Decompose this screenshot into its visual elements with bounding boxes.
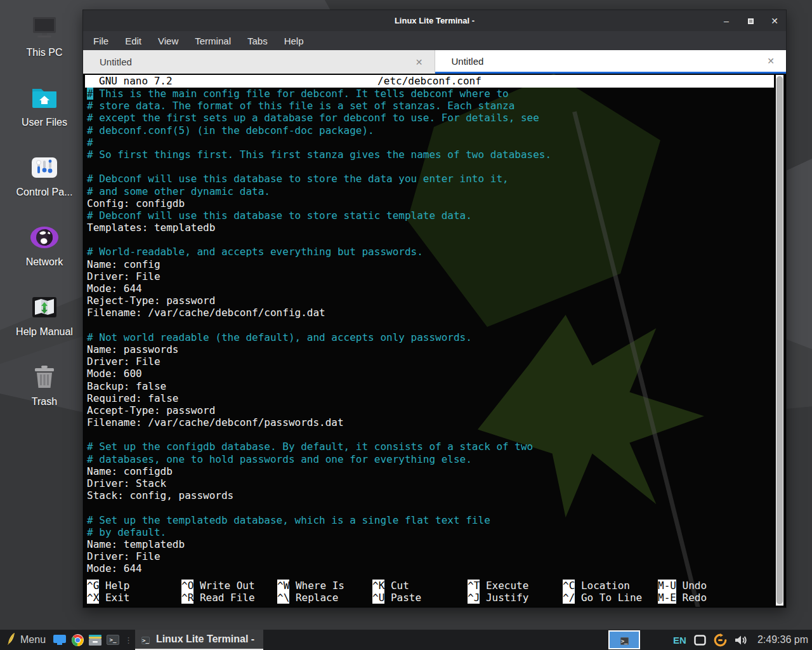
task-button-terminal[interactable]: >_ Linux Lite Terminal - bbox=[135, 630, 263, 650]
show-desktop-icon[interactable] bbox=[51, 630, 69, 650]
editor-line: Name: configdb bbox=[87, 465, 773, 477]
tab-close-icon[interactable]: ✕ bbox=[413, 57, 426, 67]
shortcut-key: ^K bbox=[372, 580, 384, 592]
nano-shortcut: ^W Where Is bbox=[277, 580, 372, 592]
editor-line bbox=[87, 319, 773, 331]
desktop-icon-label: Network bbox=[26, 256, 63, 268]
nano-shortcut: ^U Paste bbox=[372, 592, 468, 604]
clock[interactable]: 2:49:36 pm bbox=[755, 634, 808, 646]
nano-shortcut: ^J Justify bbox=[468, 592, 563, 604]
menu-terminal[interactable]: Terminal bbox=[195, 36, 231, 46]
shortcut-key: ^C bbox=[563, 580, 575, 592]
close-button[interactable]: ✕ bbox=[769, 17, 780, 25]
desktop-icon-control-panel[interactable]: Control Pa... bbox=[6, 150, 82, 220]
desktop-icon-user-files[interactable]: User Files bbox=[6, 80, 82, 150]
desktop-icon-help-manual[interactable]: Help Manual bbox=[6, 289, 82, 359]
shortcut-key: ^/ bbox=[563, 592, 575, 604]
volume-icon[interactable] bbox=[735, 635, 747, 646]
terminal-task-icon: >_ bbox=[141, 633, 150, 645]
minimize-button[interactable]: – bbox=[721, 17, 731, 25]
shortcut-key: M-U bbox=[658, 580, 676, 592]
menu-tabs[interactable]: Tabs bbox=[247, 36, 268, 46]
editor-line: # Not world readable (the default), and … bbox=[87, 331, 773, 343]
terminal-content[interactable]: GNU nano 7.2 /etc/debconf.conf # This is… bbox=[84, 74, 785, 607]
shortcut-row-2: ^X Exit^R Read File^\ Replace^U Paste^J … bbox=[87, 592, 773, 604]
scrollbar[interactable] bbox=[776, 75, 783, 606]
nano-shortcut: ^K Cut bbox=[372, 580, 468, 592]
window-title: Linux Lite Terminal - bbox=[83, 16, 786, 25]
editor-line: Required: false bbox=[87, 392, 773, 404]
editor-line: # store data. The format of this file is… bbox=[87, 100, 773, 112]
editor-line: # databases, one to hold passwords and o… bbox=[87, 453, 773, 465]
keyboard-layout-indicator[interactable]: EN bbox=[673, 635, 686, 646]
menu-bar: File Edit View Terminal Tabs Help bbox=[83, 31, 786, 50]
tab-bar: Untitled ✕ Untitled ✕ bbox=[83, 50, 786, 74]
task-button-label: Linux Lite Terminal - bbox=[156, 633, 254, 645]
nano-title-bar: GNU nano 7.2 /etc/debconf.conf bbox=[85, 75, 774, 88]
shortcut-key: ^X bbox=[87, 592, 99, 604]
nano-shortcut: ^T Execute bbox=[468, 580, 563, 592]
editor-line: # So first things first. This first stan… bbox=[87, 149, 773, 161]
taskbar-separator: ⋮ bbox=[122, 635, 134, 645]
sliders-icon bbox=[29, 150, 60, 183]
editor-lines: # This is the main config file for debco… bbox=[87, 88, 773, 575]
desktop-icon-label: User Files bbox=[22, 117, 67, 128]
clipboard-icon[interactable] bbox=[694, 635, 706, 646]
editor-line: Driver: Stack bbox=[87, 477, 773, 489]
chrome-icon[interactable] bbox=[69, 630, 86, 650]
update-notifier-icon[interactable] bbox=[714, 633, 727, 647]
menu-view[interactable]: View bbox=[158, 36, 178, 46]
shortcut-key: ^T bbox=[468, 580, 480, 592]
window-titlebar[interactable]: Linux Lite Terminal - – ✕ bbox=[83, 10, 786, 31]
shortcut-key: ^W bbox=[277, 580, 289, 592]
editor-line bbox=[87, 234, 773, 246]
nano-shortcut: ^X Exit bbox=[87, 592, 181, 604]
nano-shortcut: ^\ Replace bbox=[277, 592, 372, 604]
menu-button[interactable]: Menu bbox=[4, 630, 51, 650]
menu-help[interactable]: Help bbox=[284, 36, 304, 46]
editor-line: Driver: File bbox=[87, 270, 773, 282]
editor-line: Name: templatedb bbox=[87, 538, 773, 550]
editor-line: Mode: 600 bbox=[87, 368, 773, 380]
desktop-icon-this-pc[interactable]: This PC bbox=[6, 10, 82, 80]
desktop-icon-network[interactable]: Network bbox=[6, 220, 82, 289]
tab-untitled-1[interactable]: Untitled ✕ bbox=[83, 50, 435, 74]
tab-label: Untitled bbox=[92, 56, 413, 67]
editor-line: # World-readable, and accepts everything… bbox=[87, 246, 773, 258]
nano-shortcut: ^/ Go To Line bbox=[563, 592, 658, 604]
system-tray: EN 2:49:36 pm bbox=[673, 633, 808, 647]
workspace-pager[interactable]: >_ bbox=[608, 630, 640, 649]
desktop-icon-label: Control Pa... bbox=[16, 187, 73, 198]
editor-line: # This is the main config file for debco… bbox=[87, 88, 773, 100]
nano-filename: /etc/debconf.conf bbox=[85, 75, 774, 88]
editor-line: # Debconf will use this database to stor… bbox=[87, 173, 773, 185]
editor-line: Reject-Type: password bbox=[87, 295, 773, 307]
terminal-launcher-icon[interactable]: >_ bbox=[104, 630, 122, 650]
editor-line: Name: passwords bbox=[87, 343, 773, 355]
editor-line: # Set up the configdb database. By defau… bbox=[87, 441, 773, 453]
scrollbar-thumb[interactable] bbox=[776, 76, 783, 604]
editor-line: Stack: config, passwords bbox=[87, 489, 773, 501]
text-cursor: # bbox=[87, 88, 93, 100]
taskbar: Menu >_ ⋮ >_ Linux Lite Terminal - bbox=[0, 630, 812, 650]
editor-line: # Debconf will use this database to stor… bbox=[87, 209, 773, 222]
maximize-button[interactable] bbox=[745, 17, 756, 25]
menu-edit[interactable]: Edit bbox=[125, 36, 141, 46]
editor-line: Templates: templatedb bbox=[87, 222, 773, 234]
terminal-window: Linux Lite Terminal - – ✕ File Edit View… bbox=[82, 10, 787, 608]
shortcut-row-1: ^G Help^O Write Out^W Where Is^K Cut^T E… bbox=[87, 580, 773, 592]
editor-line: # except the first sets up a database fo… bbox=[87, 112, 773, 124]
editor-line: Driver: File bbox=[87, 355, 773, 368]
tab-close-icon[interactable]: ✕ bbox=[764, 56, 777, 66]
tab-untitled-2[interactable]: Untitled ✕ bbox=[435, 50, 787, 74]
menu-file[interactable]: File bbox=[93, 36, 108, 46]
editor-line: Mode: 644 bbox=[87, 282, 773, 295]
shortcut-key: ^G bbox=[87, 580, 99, 592]
editor-line bbox=[87, 428, 773, 441]
pager-terminal-icon: >_ bbox=[620, 634, 629, 646]
file-manager-icon[interactable] bbox=[86, 630, 104, 650]
nano-shortcut: ^O Write Out bbox=[181, 580, 277, 592]
manual-book-icon bbox=[29, 289, 60, 322]
desktop-icon-trash[interactable]: Trash bbox=[6, 359, 82, 429]
editor-line: Backup: false bbox=[87, 380, 773, 392]
